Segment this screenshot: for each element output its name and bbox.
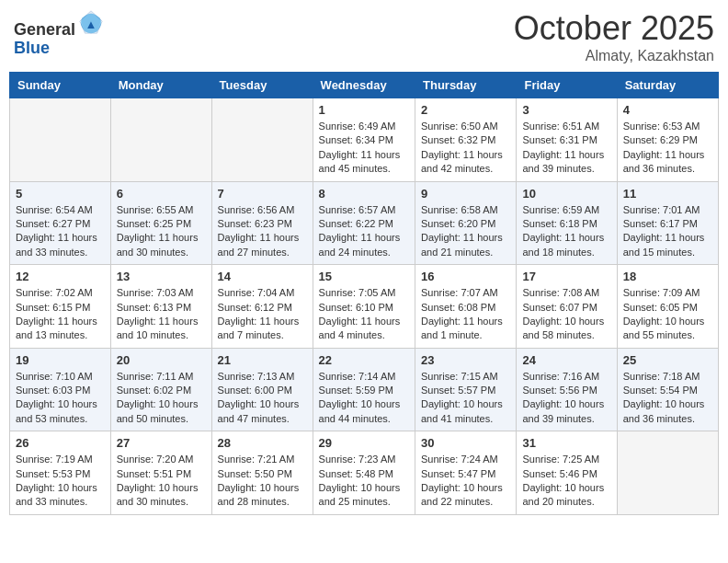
- day-info: Sunrise: 7:01 AMSunset: 6:17 PMDaylight:…: [623, 203, 712, 260]
- day-number: 2: [421, 103, 510, 117]
- day-number: 1: [319, 103, 409, 117]
- day-info: Sunrise: 7:15 AMSunset: 5:57 PMDaylight:…: [421, 370, 510, 427]
- day-number: 23: [421, 353, 510, 367]
- calendar-table: SundayMondayTuesdayWednesdayThursdayFrid…: [9, 72, 719, 515]
- calendar-cell: [10, 98, 111, 182]
- calendar-day-header: Saturday: [617, 73, 718, 98]
- page-header: General ▲ Blue October 2025 Almaty, Kaza…: [9, 9, 719, 64]
- day-info: Sunrise: 7:25 AMSunset: 5:46 PMDaylight:…: [522, 453, 610, 510]
- calendar-week-row: 19Sunrise: 7:10 AMSunset: 6:03 PMDayligh…: [10, 348, 719, 431]
- calendar-cell: 15Sunrise: 7:05 AMSunset: 6:10 PMDayligh…: [313, 265, 415, 349]
- day-number: 4: [623, 103, 712, 117]
- calendar-day-header: Wednesday: [313, 73, 415, 98]
- day-info: Sunrise: 7:20 AMSunset: 5:51 PMDaylight:…: [117, 453, 206, 510]
- day-number: 13: [117, 270, 206, 283]
- day-info: Sunrise: 7:21 AMSunset: 5:50 PMDaylight:…: [218, 453, 307, 510]
- calendar-body: 1Sunrise: 6:49 AMSunset: 6:34 PMDaylight…: [10, 98, 719, 515]
- day-number: 30: [421, 436, 510, 450]
- month-title: October 2025: [514, 9, 714, 48]
- svg-text:▲: ▲: [85, 17, 97, 31]
- calendar-cell: 12Sunrise: 7:02 AMSunset: 6:15 PMDayligh…: [10, 265, 111, 349]
- calendar-cell: 6Sunrise: 6:55 AMSunset: 6:25 PMDaylight…: [110, 181, 211, 265]
- day-info: Sunrise: 7:13 AMSunset: 6:00 PMDaylight:…: [218, 370, 307, 427]
- day-info: Sunrise: 6:51 AMSunset: 6:31 PMDaylight:…: [522, 120, 610, 177]
- calendar-day-header: Sunday: [10, 73, 111, 98]
- calendar-cell: 2Sunrise: 6:50 AMSunset: 6:32 PMDaylight…: [415, 98, 517, 182]
- day-number: 21: [218, 353, 307, 367]
- day-info: Sunrise: 6:50 AMSunset: 6:32 PMDaylight:…: [421, 120, 510, 177]
- day-number: 28: [218, 436, 307, 450]
- calendar-day-header: Tuesday: [211, 73, 313, 98]
- calendar-cell: [110, 98, 211, 182]
- calendar-cell: 9Sunrise: 6:58 AMSunset: 6:20 PMDaylight…: [415, 181, 517, 265]
- calendar-cell: 19Sunrise: 7:10 AMSunset: 6:03 PMDayligh…: [10, 348, 111, 431]
- calendar-cell: [617, 431, 718, 515]
- calendar-cell: 17Sunrise: 7:08 AMSunset: 6:07 PMDayligh…: [517, 265, 617, 349]
- calendar-cell: 7Sunrise: 6:56 AMSunset: 6:23 PMDaylight…: [211, 181, 313, 265]
- calendar-day-header: Thursday: [415, 73, 517, 98]
- day-number: 12: [16, 270, 105, 283]
- day-number: 5: [16, 187, 105, 201]
- calendar-cell: 1Sunrise: 6:49 AMSunset: 6:34 PMDaylight…: [313, 98, 415, 182]
- location: Almaty, Kazakhstan: [514, 48, 714, 64]
- day-info: Sunrise: 6:49 AMSunset: 6:34 PMDaylight:…: [319, 120, 409, 177]
- calendar-cell: 31Sunrise: 7:25 AMSunset: 5:46 PMDayligh…: [517, 431, 617, 515]
- day-info: Sunrise: 7:16 AMSunset: 5:56 PMDaylight:…: [522, 370, 610, 427]
- day-info: Sunrise: 7:04 AMSunset: 6:12 PMDaylight:…: [218, 286, 307, 343]
- calendar-cell: 11Sunrise: 7:01 AMSunset: 6:17 PMDayligh…: [617, 181, 718, 265]
- day-info: Sunrise: 6:57 AMSunset: 6:22 PMDaylight:…: [319, 203, 409, 260]
- calendar-cell: 3Sunrise: 6:51 AMSunset: 6:31 PMDaylight…: [517, 98, 617, 182]
- day-info: Sunrise: 7:24 AMSunset: 5:47 PMDaylight:…: [421, 453, 510, 510]
- day-number: 26: [16, 436, 105, 450]
- day-info: Sunrise: 6:54 AMSunset: 6:27 PMDaylight:…: [16, 203, 105, 260]
- day-number: 9: [421, 187, 510, 201]
- day-number: 8: [319, 187, 409, 201]
- calendar-week-row: 1Sunrise: 6:49 AMSunset: 6:34 PMDaylight…: [10, 98, 719, 182]
- calendar-cell: 16Sunrise: 7:07 AMSunset: 6:08 PMDayligh…: [415, 265, 517, 349]
- day-info: Sunrise: 6:53 AMSunset: 6:29 PMDaylight:…: [623, 120, 712, 177]
- day-info: Sunrise: 7:19 AMSunset: 5:53 PMDaylight:…: [16, 453, 105, 510]
- day-number: 10: [522, 187, 610, 201]
- calendar-cell: [211, 98, 313, 182]
- logo-blue-text: Blue: [14, 39, 50, 57]
- day-number: 25: [623, 353, 712, 367]
- calendar-cell: 26Sunrise: 7:19 AMSunset: 5:53 PMDayligh…: [10, 431, 111, 515]
- day-number: 31: [522, 436, 610, 450]
- day-number: 14: [218, 270, 307, 283]
- day-number: 20: [117, 353, 206, 367]
- day-info: Sunrise: 7:03 AMSunset: 6:13 PMDaylight:…: [117, 286, 206, 343]
- day-info: Sunrise: 6:55 AMSunset: 6:25 PMDaylight:…: [117, 203, 206, 260]
- day-number: 19: [16, 353, 105, 367]
- day-number: 3: [522, 103, 610, 117]
- calendar-cell: 23Sunrise: 7:15 AMSunset: 5:57 PMDayligh…: [415, 348, 517, 431]
- day-info: Sunrise: 6:58 AMSunset: 6:20 PMDaylight:…: [421, 203, 510, 260]
- calendar-cell: 22Sunrise: 7:14 AMSunset: 5:59 PMDayligh…: [313, 348, 415, 431]
- calendar-cell: 20Sunrise: 7:11 AMSunset: 6:02 PMDayligh…: [110, 348, 211, 431]
- calendar-cell: 18Sunrise: 7:09 AMSunset: 6:05 PMDayligh…: [617, 265, 718, 349]
- calendar-week-row: 5Sunrise: 6:54 AMSunset: 6:27 PMDaylight…: [10, 181, 719, 265]
- calendar-cell: 14Sunrise: 7:04 AMSunset: 6:12 PMDayligh…: [211, 265, 313, 349]
- calendar-cell: 21Sunrise: 7:13 AMSunset: 6:00 PMDayligh…: [211, 348, 313, 431]
- calendar-header-row: SundayMondayTuesdayWednesdayThursdayFrid…: [10, 73, 719, 98]
- day-info: Sunrise: 7:02 AMSunset: 6:15 PMDaylight:…: [16, 286, 105, 343]
- logo-general-text: General: [14, 20, 75, 39]
- calendar-week-row: 12Sunrise: 7:02 AMSunset: 6:15 PMDayligh…: [10, 265, 719, 349]
- day-info: Sunrise: 7:05 AMSunset: 6:10 PMDaylight:…: [319, 286, 409, 343]
- day-info: Sunrise: 7:23 AMSunset: 5:48 PMDaylight:…: [319, 453, 409, 510]
- calendar-cell: 29Sunrise: 7:23 AMSunset: 5:48 PMDayligh…: [313, 431, 415, 515]
- day-number: 24: [522, 353, 610, 367]
- day-info: Sunrise: 7:09 AMSunset: 6:05 PMDaylight:…: [623, 286, 712, 343]
- day-number: 11: [623, 187, 712, 201]
- day-number: 7: [218, 187, 307, 201]
- calendar-day-header: Monday: [110, 73, 211, 98]
- calendar-cell: 13Sunrise: 7:03 AMSunset: 6:13 PMDayligh…: [110, 265, 211, 349]
- day-number: 15: [319, 270, 409, 283]
- day-number: 22: [319, 353, 409, 367]
- day-number: 16: [421, 270, 510, 283]
- day-info: Sunrise: 7:07 AMSunset: 6:08 PMDaylight:…: [421, 286, 510, 343]
- day-info: Sunrise: 6:59 AMSunset: 6:18 PMDaylight:…: [522, 203, 610, 260]
- logo: General ▲ Blue: [14, 9, 105, 58]
- day-info: Sunrise: 7:18 AMSunset: 5:54 PMDaylight:…: [623, 370, 712, 427]
- calendar-cell: 30Sunrise: 7:24 AMSunset: 5:47 PMDayligh…: [415, 431, 517, 515]
- calendar-cell: 24Sunrise: 7:16 AMSunset: 5:56 PMDayligh…: [517, 348, 617, 431]
